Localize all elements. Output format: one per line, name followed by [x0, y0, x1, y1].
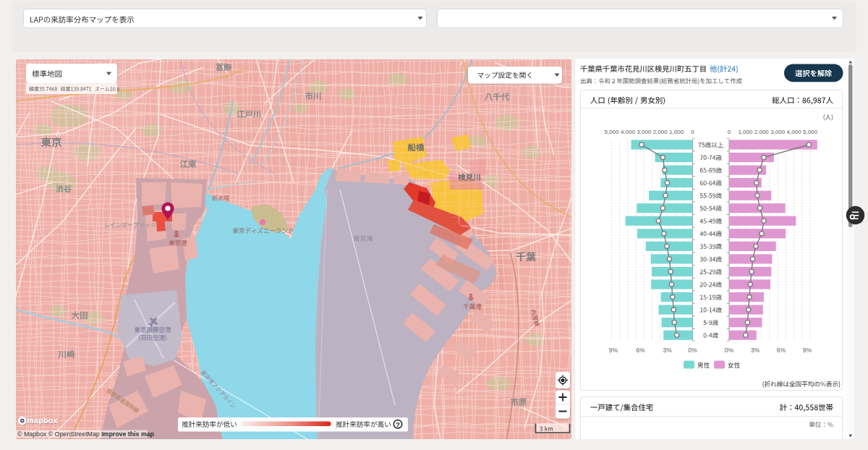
svg-text:5,000: 5,000 — [803, 129, 818, 135]
svg-text:mapbox: mapbox — [27, 416, 59, 425]
svg-text:2,000: 2,000 — [754, 129, 770, 135]
svg-text:0%: 0% — [688, 347, 697, 354]
svg-text:0%: 0% — [725, 347, 734, 354]
svg-text:3%: 3% — [751, 347, 760, 354]
svg-text:1,000: 1,000 — [738, 129, 753, 135]
svg-text:4,000: 4,000 — [621, 129, 636, 135]
svg-text:3,000: 3,000 — [770, 129, 786, 135]
svg-text:?: ? — [396, 420, 400, 428]
svg-text:6%: 6% — [777, 347, 786, 354]
svg-text:9%: 9% — [609, 347, 618, 354]
svg-text:4,000: 4,000 — [787, 129, 802, 135]
svg-text:1,000: 1,000 — [669, 129, 684, 135]
svg-text:3%: 3% — [663, 347, 672, 354]
svg-text:9%: 9% — [803, 347, 812, 354]
svg-text:© Mapbox © OpenStreetMap Impro: © Mapbox © OpenStreetMap Improve this ma… — [17, 430, 155, 438]
svg-text:6%: 6% — [636, 347, 645, 354]
svg-text:5,000: 5,000 — [604, 129, 619, 135]
svg-text:0: 0 — [691, 129, 694, 135]
svg-text:0: 0 — [728, 129, 731, 135]
svg-text:3,000: 3,000 — [637, 129, 652, 135]
svg-text:2,000: 2,000 — [653, 129, 668, 135]
